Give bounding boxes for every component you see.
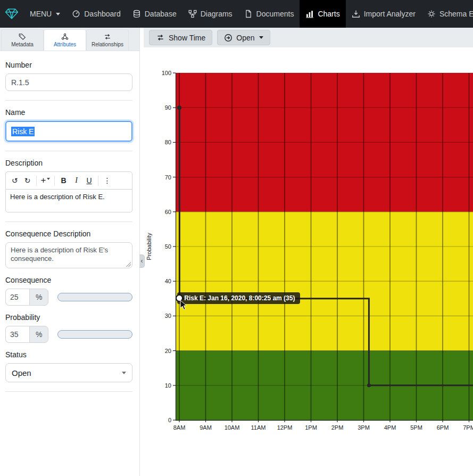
molecule-icon [61,33,69,40]
sidebar: Metadata Attributes Relationships Number… [0,28,140,476]
toolbar-separator [54,176,55,186]
sidebar-tabbar: Metadata Attributes Relationships [0,28,139,51]
nav-item-dashboard[interactable]: Dashboard [66,0,127,28]
description-editor[interactable]: Here is a description of Risk E. [5,190,132,212]
chart-canvas[interactable]: 01020304050607080901008AM9AM10AM11AM12PM… [144,47,473,476]
brand-logo[interactable] [0,0,24,28]
show-time-label: Show Time [169,34,205,42]
nav-item-import-analyzer[interactable]: Import Analyzer [346,0,421,28]
number-input[interactable] [5,73,132,91]
gear-icon [427,10,436,18]
undo-icon: ↺ [12,176,18,185]
insert-button[interactable]: + [39,174,52,187]
caret-down-icon [259,36,263,39]
nav-dashboard-label: Dashboard [84,10,121,18]
underline-button[interactable]: U [83,174,95,187]
svg-text:5PM: 5PM [410,424,422,431]
status-value: Open [12,368,31,377]
consequence-description-textarea[interactable]: Here is a description of Risk E's conseq… [5,242,132,268]
name-selected-text: Risk E [11,127,35,136]
redo-icon: ↻ [24,176,31,185]
chevron-left-icon: ‹ [141,257,143,265]
chart-tooltip: Risk E: Jan 16, 2020, 8:00:25 am (35) [177,292,300,304]
gem-logo-icon [5,7,19,21]
consequence-unit: % [29,289,48,306]
main-area: Show Time Open 01020304050607080901008AM… [144,28,473,476]
description-label: Description [5,159,132,167]
data-point [177,105,181,110]
name-label: Name [5,108,132,117]
svg-text:12PM: 12PM [277,424,293,431]
kebab-icon: ⋮ [104,176,111,185]
status-select[interactable]: Open [5,363,132,382]
svg-text:7PM: 7PM [463,424,473,431]
italic-icon: I [75,176,78,185]
plus-icon: + [41,175,46,186]
svg-text:Probability: Probability [146,233,152,260]
probability-label: Probability [5,313,132,322]
caret-down-icon [122,372,126,374]
description-text: Here is a description of Risk E. [10,193,128,201]
consequence-description-label: Consequence Description [5,229,132,238]
bar-chart-icon [305,10,314,18]
probability-row: % [5,326,132,343]
show-time-button[interactable]: Show Time [149,30,212,45]
svg-text:6PM: 6PM [437,424,449,431]
database-icon [132,10,141,18]
svg-text:9AM: 9AM [200,424,212,431]
speedometer-icon [72,10,80,18]
toolbar-separator [36,176,37,186]
nav-item-charts[interactable]: Charts [300,0,345,28]
more-options-button[interactable]: ⋮ [101,174,113,187]
top-navbar: MENU Dashboard Database Diagrams Documen… [0,0,473,28]
svg-text:80: 80 [165,139,171,145]
divider [5,100,132,101]
underline-icon: U [86,176,92,185]
name-input[interactable]: Risk E [5,121,132,142]
sidebar-collapse-handle[interactable]: ‹ [139,255,145,268]
tag-icon [19,33,26,40]
tab-relationships-label: Relationships [92,42,123,47]
probability-input[interactable] [5,326,29,343]
nav-database-label: Database [145,10,177,18]
svg-text:60: 60 [165,209,171,215]
nav-schema-editor-label: Schema Editor [439,10,473,18]
probability-unit: % [29,326,48,343]
redo-button[interactable]: ↻ [21,174,34,187]
open-dropdown-button[interactable]: Open [217,30,270,45]
svg-text:10AM: 10AM [225,424,240,431]
nav-item-documents[interactable]: Documents [238,0,300,28]
consequence-row: % [5,289,132,306]
svg-text:8AM: 8AM [173,424,186,431]
bold-icon: B [61,176,66,185]
bold-button[interactable]: B [57,174,70,187]
consequence-input[interactable] [5,289,29,306]
nav-diagrams-label: Diagrams [201,10,233,18]
rich-text-toolbar: ↺ ↻ + B I U ⋮ [5,171,132,190]
resize-grip[interactable] [126,262,131,267]
nav-charts-label: Charts [318,10,339,18]
svg-text:30: 30 [165,313,171,319]
svg-text:40: 40 [165,278,171,284]
nav-item-schema-editor[interactable]: Schema Editor [421,0,473,28]
nav-item-diagrams[interactable]: Diagrams [182,0,238,28]
undo-button[interactable]: ↺ [9,174,21,187]
attributes-form: Number Name Risk E Description ↺ ↻ + B I… [0,51,139,392]
tab-relationships[interactable]: Relationships [86,29,129,51]
tab-attributes[interactable]: Attributes [44,29,86,51]
nav-item-database[interactable]: Database [127,0,182,28]
svg-text:90: 90 [165,104,171,111]
download-tray-icon [352,10,360,18]
nav-menu-label: MENU [30,10,52,18]
tab-metadata[interactable]: Metadata [1,29,44,51]
svg-text:11AM: 11AM [251,424,266,431]
nav-documents-label: Documents [256,10,294,18]
tab-attributes-label: Attributes [54,42,76,47]
nav-item-menu[interactable]: MENU [24,0,66,28]
italic-button[interactable]: I [70,174,82,187]
diagram-nodes-icon [188,10,197,18]
divider [5,151,132,151]
circle-arrow-icon [224,34,233,42]
data-point [367,383,371,387]
status-label: Status [5,350,132,359]
